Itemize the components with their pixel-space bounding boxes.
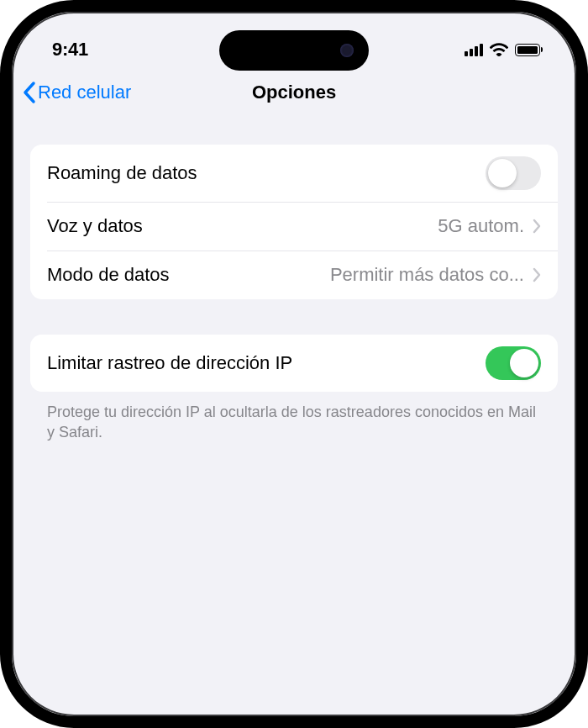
toggle-limit-ip-tracking[interactable] (486, 346, 541, 380)
status-icons (465, 43, 543, 56)
row-label: Limitar rastreo de dirección IP (47, 352, 292, 374)
row-value: 5G autom. (438, 215, 524, 237)
chevron-left-icon (22, 81, 36, 104)
settings-content: Roaming de datos Voz y datos 5G autom. M… (12, 119, 576, 443)
settings-group-cellular: Roaming de datos Voz y datos 5G autom. M… (30, 145, 558, 299)
front-camera (340, 44, 354, 57)
wifi-icon (490, 43, 508, 56)
row-data-roaming[interactable]: Roaming de datos (30, 145, 558, 202)
battery-icon (515, 44, 543, 56)
row-label: Modo de datos (47, 264, 170, 286)
row-voice-and-data[interactable]: Voz y datos 5G autom. (30, 202, 558, 251)
back-label: Red celular (38, 82, 131, 103)
settings-group-privacy: Limitar rastreo de dirección IP (30, 335, 558, 392)
phone-frame: 9:41 Red celular Opciones Roaming (0, 0, 588, 728)
row-data-mode[interactable]: Modo de datos Permitir más datos co... (30, 251, 558, 299)
row-label: Roaming de datos (47, 162, 197, 184)
group-footer-text: Protege tu dirección IP al ocultarla de … (30, 402, 558, 443)
toggle-data-roaming[interactable] (486, 156, 541, 190)
row-limit-ip-tracking[interactable]: Limitar rastreo de dirección IP (30, 335, 558, 392)
dynamic-island (219, 30, 369, 71)
navigation-bar: Red celular Opciones (12, 71, 576, 119)
cellular-signal-icon (465, 44, 483, 56)
page-title: Opciones (252, 82, 336, 103)
status-time: 9:41 (52, 39, 88, 61)
chevron-right-icon (533, 267, 541, 282)
row-value: Permitir más datos co... (330, 264, 524, 286)
back-button[interactable]: Red celular (22, 81, 131, 104)
row-label: Voz y datos (47, 215, 143, 237)
chevron-right-icon (533, 219, 541, 234)
